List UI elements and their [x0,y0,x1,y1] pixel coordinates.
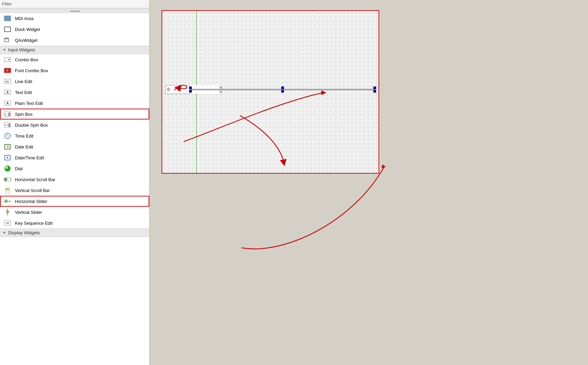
list-item-dial[interactable]: Dial [0,163,149,174]
widget-panel: Filter MDI Area Dock Widget [0,0,150,365]
widget-list: MDI Area Dock Widget QAxWidget ▼ Input [0,8,149,365]
plain-text-edit-icon: A [3,99,12,107]
date-edit-icon: 📅 [3,143,12,150]
list-item-horizontal-scroll-bar[interactable]: Horizontal Scroll Bar [0,174,149,185]
list-item-mdi-area[interactable]: MDI Area [0,13,149,24]
hscroll-icon [3,176,12,183]
list-item-double-spin-box[interactable]: 1.2 ▲ ▼ Double Spin Box [0,120,149,130]
input-widgets-header: ▼ Input Widgets [0,46,149,54]
list-item-horizontal-slider[interactable]: Horizontal Slider [0,196,149,207]
font-combo-box-label: Font Combo Box [15,68,48,73]
text-edit-icon: A [3,89,12,96]
svg-rect-11 [6,188,9,190]
list-item-vertical-scroll-bar[interactable]: Vertical Scroll Bar [0,185,149,196]
list-item-date-edit[interactable]: 📅 Date Edit [0,141,149,152]
svg-rect-7 [4,178,7,181]
vscroll-icon [3,187,12,194]
list-item-datetime-edit[interactable]: 🗓 Date/Time Edit [0,152,149,163]
list-item-text-edit[interactable]: A Text Edit [0,87,149,98]
datetime-edit-icon: 🗓 [3,154,12,161]
line-edit-label: Line Edit [15,79,32,84]
vslider-label: Vertical Slider [15,210,42,215]
date-edit-label: Date Edit [15,144,33,149]
handle-center-top [281,86,284,89]
slider-track [190,89,375,90]
list-item-font-combo-box[interactable]: F Font Combo Box [0,65,149,76]
combo-box-label: Combo Box [15,57,38,62]
time-edit-icon [3,132,12,140]
svg-rect-1 [5,37,8,39]
list-item-dock-widget[interactable]: Dock Widget [0,24,149,35]
vslider-icon [3,208,12,216]
display-widgets-label: Display Widgets [8,230,40,235]
list-item-vertical-slider[interactable]: Vertical Slider [0,207,149,218]
combo-box-icon: ▼ [3,56,12,63]
qax-widget-icon [3,36,12,44]
datetime-edit-label: Date/Time Edit [15,155,44,160]
dock-widget-label: Dock Widget [15,27,40,32]
plain-text-edit-label: Plain Text Edit [15,101,43,106]
handle-right-top [373,86,376,89]
hslider-icon [3,197,12,205]
design-canvas[interactable]: 0 ▲ ▼ [162,10,379,174]
svg-marker-17 [381,164,386,168]
hslider-label: Horizontal Slider [15,199,47,204]
spin-box-icon: 1 ▲ ▼ [3,110,12,118]
hscroll-label: Horizontal Scroll Bar [15,177,55,182]
input-triangle-icon: ▼ [3,48,6,52]
display-widgets-header: ▼ Display Widgets [0,228,149,237]
vscroll-label: Vertical Scroll Bar [15,188,50,193]
handle-right-bottom [373,90,376,93]
spin-box-label: Spin Box [15,112,33,117]
list-item-qax-widget[interactable]: QAxWidget [0,35,149,46]
svg-rect-13 [5,200,7,203]
handle-left-top [189,86,192,89]
filter-bar: Filter [0,0,149,8]
key-sequence-edit-label: Key Sequence Edit [15,221,53,226]
double-spin-box-label: Double Spin Box [15,123,48,128]
design-area: 0 ▲ ▼ [150,0,588,365]
svg-line-5 [7,136,9,137]
list-item-time-edit[interactable]: Time Edit [0,130,149,141]
time-edit-label: Time Edit [15,133,33,139]
mdi-area-label: MDI Area [15,16,33,21]
dock-widget-icon [3,26,12,33]
list-item-combo-box[interactable]: ▼ Combo Box [0,54,149,65]
text-edit-label: Text Edit [15,90,32,95]
mdi-area-icon [3,15,12,22]
canvas-slider-widget[interactable] [190,85,375,94]
dial-icon [3,165,12,172]
double-spin-box-icon: 1.2 ▲ ▼ [3,121,12,129]
keyseq-icon: ABI [3,219,12,227]
list-item-key-sequence-edit[interactable]: ABI Key Sequence Edit [0,218,149,228]
list-item-plain-text-edit[interactable]: A Plain Text Edit [0,98,149,109]
qax-widget-label: QAxWidget [15,38,37,43]
filter-label: Filter [2,1,12,6]
font-combo-box-icon: F [3,67,12,74]
line-edit-icon: ABI [3,78,12,85]
canvas-spinbox-widget[interactable]: 0 ▲ ▼ [166,85,190,94]
handle-center-bottom [281,90,284,93]
dial-label: Dial [15,166,22,171]
list-item-line-edit[interactable]: ABI Line Edit [0,76,149,87]
input-widgets-label: Input Widgets [8,47,35,52]
handle-left-bottom [189,90,192,93]
list-item-spin-box[interactable]: 1 ▲ ▼ Spin Box [0,109,149,120]
svg-rect-15 [6,211,9,213]
display-triangle-icon: ▼ [3,231,6,235]
